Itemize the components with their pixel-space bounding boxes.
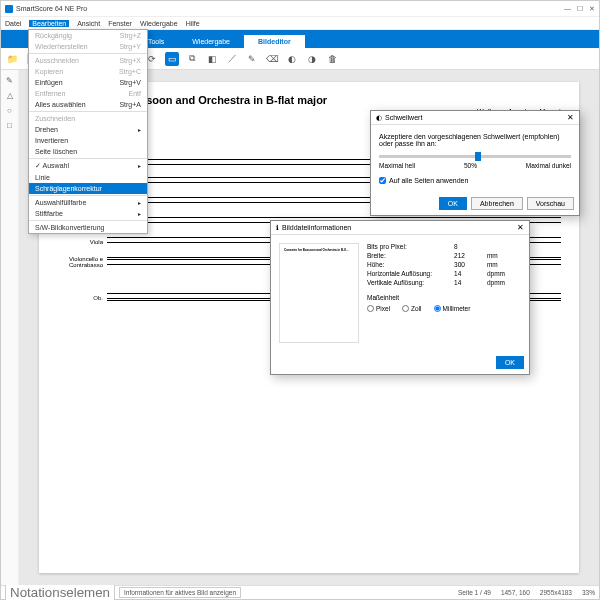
maximize-icon[interactable]: ☐ (577, 5, 583, 13)
menu-item: Zuschneiden (29, 113, 147, 124)
page-indicator: Seite 1 / 49 (458, 589, 491, 596)
tool-icon[interactable]: ✎ (6, 76, 13, 85)
close-icon[interactable]: ✕ (589, 5, 595, 13)
tool-icon[interactable]: ○ (7, 106, 12, 115)
tool-icon[interactable]: □ (7, 121, 12, 130)
tab-image-editor[interactable]: Bildeditor (244, 35, 305, 48)
threshold-dialog: ◐ Schwellwert ✕ Akzeptiere den vorgeschl… (370, 110, 580, 216)
close-icon[interactable]: ✕ (567, 113, 574, 122)
menu-item: WiederherstellenStrg+Y (29, 41, 147, 52)
preview-button[interactable]: Vorschau (527, 197, 574, 210)
crop-icon[interactable]: ⧉ (185, 52, 199, 66)
menu-item[interactable]: Drehen (29, 124, 147, 135)
minimize-icon[interactable]: — (564, 5, 571, 13)
zoom-level[interactable]: 33% (582, 589, 595, 596)
window-controls: — ☐ ✕ (564, 5, 595, 13)
menu-file[interactable]: Datei (5, 20, 21, 27)
dialog-icon: ℹ (276, 224, 279, 232)
apply-all-checkbox[interactable] (379, 177, 386, 184)
close-icon[interactable]: ✕ (517, 223, 524, 232)
line-icon[interactable]: ／ (225, 52, 239, 66)
menu-help[interactable]: Hilfe (186, 20, 200, 27)
threshold-icon[interactable]: ◐ (285, 52, 299, 66)
menu-item[interactable]: Seite löschen (29, 146, 147, 157)
menu-item: KopierenStrg+C (29, 66, 147, 77)
ok-button[interactable]: OK (496, 356, 524, 369)
instrument-label: Violoncello e Contrabasso (57, 256, 107, 268)
instrument-label: Viola (57, 239, 107, 245)
unit-heading: Maßeinheit (367, 294, 521, 301)
menu-playback[interactable]: Wiedergabe (140, 20, 178, 27)
menu-item: RückgängigStrg+Z (29, 30, 147, 41)
instrument-label: Ob. (57, 295, 107, 301)
slider-min-label: Maximal hell (379, 162, 415, 169)
threshold-dialog-title: Schwellwert (385, 114, 422, 121)
image-info-title: Bilddateiinformationen (282, 224, 351, 231)
search-input[interactable] (5, 583, 115, 600)
eraser-icon[interactable]: ⌫ (265, 52, 279, 66)
menu-view[interactable]: Ansicht (77, 20, 100, 27)
unit-pixel[interactable]: Pixel (367, 305, 390, 312)
slider-max-label: Maximal dunkel (526, 162, 571, 169)
menu-item[interactable]: Schräglagenkorrektur (29, 183, 147, 194)
menu-window[interactable]: Fenster (108, 20, 132, 27)
tool-icon[interactable]: △ (7, 91, 13, 100)
ok-button[interactable]: OK (439, 197, 467, 210)
left-toolbar: ✎ △ ○ □ (1, 70, 19, 585)
app-title: SmartScore 64 NE Pro (16, 5, 87, 12)
image-dims: 2955x4183 (540, 589, 572, 596)
menu-item[interactable]: Auswahlfüllfarbe (29, 197, 147, 208)
titlebar: SmartScore 64 NE Pro — ☐ ✕ (1, 1, 599, 17)
menu-edit[interactable]: Bearbeiten (29, 20, 69, 27)
unit-inch[interactable]: Zoll (402, 305, 421, 312)
cancel-button[interactable]: Abbrechen (471, 197, 523, 210)
select-tool-icon[interactable]: ▭ (165, 52, 179, 66)
pen-icon[interactable]: ✎ (245, 52, 259, 66)
unit-mm[interactable]: Millimeter (434, 305, 471, 312)
menu-item[interactable]: Linie (29, 172, 147, 183)
menu-item[interactable]: EinfügenStrg+V (29, 77, 147, 88)
tab-playback[interactable]: Wiedergabe (178, 35, 244, 48)
invert-icon[interactable]: ◑ (305, 52, 319, 66)
deskew-icon[interactable]: ◧ (205, 52, 219, 66)
apply-all-label: Auf alle Seiten anwenden (389, 177, 468, 184)
threshold-instruction: Akzeptiere den vorgeschlagenen Schwellwe… (379, 133, 571, 147)
menu-item[interactable]: Invertieren (29, 135, 147, 146)
menu-item: EntfernenEntf (29, 88, 147, 99)
menu-item[interactable]: S/W-Bildkonvertierung (29, 222, 147, 233)
slider-value: 50% (464, 162, 477, 169)
app-icon (5, 5, 13, 13)
edit-menu-dropdown: RückgängigStrg+ZWiederherstellenStrg+YAu… (28, 29, 148, 234)
threshold-slider[interactable] (379, 155, 571, 158)
open-icon[interactable]: 📁 (5, 52, 19, 66)
image-info-button[interactable]: Informationen für aktives Bild anzeigen (119, 587, 241, 598)
menu-item[interactable]: Stiftfarbe (29, 208, 147, 219)
cursor-pos: 1457, 160 (501, 589, 530, 596)
page-thumbnail: Concerto for Bassoon and Orchestra in B-… (279, 243, 359, 343)
statusbar: Informationen für aktives Bild anzeigen … (1, 585, 599, 599)
menu-item: AusschneidenStrg+X (29, 55, 147, 66)
menu-item[interactable]: ✓ Auswahl (29, 160, 147, 172)
delete-page-icon[interactable]: 🗑 (325, 52, 339, 66)
menu-item[interactable]: Alles auswählenStrg+A (29, 99, 147, 110)
info-grid: Bits pro Pixel:8Breite:212mmHöhe:300mmHo… (367, 243, 521, 286)
dialog-icon: ◐ (376, 114, 382, 122)
image-info-dialog: ℹ Bilddateiinformationen ✕ Concerto for … (270, 220, 530, 375)
